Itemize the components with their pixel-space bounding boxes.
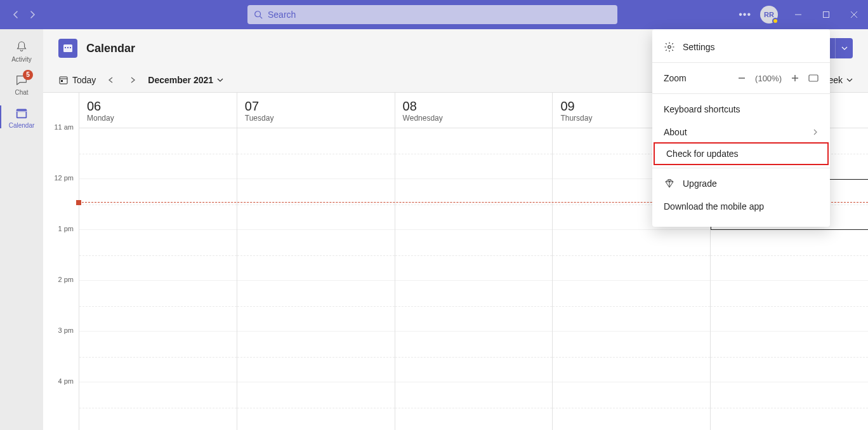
download-mobile-menu-item[interactable]: Download the mobile app [652, 195, 830, 218]
zoom-value: (100%) [755, 74, 782, 83]
upgrade-menu-item[interactable]: Upgrade [652, 172, 830, 195]
time-slot[interactable] [711, 332, 868, 382]
time-slot[interactable] [79, 230, 237, 281]
time-slot[interactable] [79, 281, 237, 332]
rail-label: Chat [15, 89, 28, 96]
more-options-button[interactable]: ••• [730, 9, 760, 20]
search-icon [254, 10, 263, 19]
day-number: 08 [403, 99, 545, 114]
svg-rect-16 [60, 77, 67, 84]
time-slot[interactable] [237, 128, 395, 179]
time-slot[interactable] [395, 382, 553, 430]
new-meeting-dropdown[interactable] [835, 38, 853, 58]
time-slot[interactable] [395, 281, 553, 332]
time-slot[interactable] [79, 128, 237, 179]
rail-chat[interactable]: 5 Chat [0, 67, 43, 100]
time-label: 4 pm [58, 377, 74, 385]
search-box[interactable] [247, 5, 617, 24]
close-button[interactable] [840, 1, 868, 29]
time-slot[interactable] [395, 128, 553, 179]
time-slot[interactable] [79, 179, 237, 230]
avatar[interactable]: RR [760, 6, 778, 24]
time-slot[interactable] [711, 382, 868, 430]
chat-badge: 5 [23, 70, 33, 80]
check-for-updates-menu-item[interactable]: Check for updates [654, 142, 829, 165]
time-slot[interactable] [237, 230, 395, 281]
rail-activity[interactable]: Activity [0, 34, 43, 67]
day-number: 07 [245, 99, 387, 114]
calendar-app-icon [58, 39, 77, 58]
back-button[interactable] [10, 9, 22, 20]
month-picker[interactable]: December 2021 [148, 75, 223, 85]
time-slot[interactable] [395, 332, 553, 382]
day-name: Monday [87, 114, 229, 123]
time-slot[interactable] [711, 230, 868, 281]
svg-rect-27 [809, 75, 818, 81]
svg-point-23 [668, 46, 671, 49]
time-label: 11 am [54, 123, 74, 131]
time-slot[interactable] [237, 281, 395, 332]
maximize-button[interactable] [812, 1, 840, 29]
rail-calendar[interactable]: Calendar [0, 100, 43, 133]
app-rail: Activity 5 Chat Calendar [0, 29, 43, 430]
settings-menu-item[interactable]: Settings [652, 36, 830, 58]
day-column[interactable] [395, 128, 553, 430]
time-slot[interactable] [237, 179, 395, 230]
day-header[interactable]: 07Tuesday [237, 93, 395, 128]
today-button[interactable]: Today [58, 75, 96, 85]
svg-point-0 [255, 11, 261, 17]
forward-button[interactable] [27, 9, 38, 20]
time-label: 12 pm [54, 174, 74, 182]
fullscreen-button[interactable] [808, 74, 819, 82]
page-title: Calendar [86, 42, 135, 55]
keyboard-shortcuts-menu-item[interactable]: Keyboard shortcuts [652, 98, 830, 121]
time-slot[interactable] [553, 281, 710, 332]
rail-label: Activity [11, 56, 32, 63]
time-slot[interactable] [553, 382, 710, 430]
day-name: Tuesday [245, 114, 387, 123]
day-header[interactable]: 06Monday [79, 93, 237, 128]
day-column[interactable] [237, 128, 395, 430]
next-week-button[interactable] [126, 74, 139, 86]
time-slot[interactable] [553, 230, 710, 281]
svg-rect-3 [824, 12, 829, 18]
day-header[interactable]: 08Wednesday [395, 93, 553, 128]
rail-label: Calendar [9, 122, 35, 129]
time-slot[interactable] [79, 382, 237, 430]
avatar-initials: RR [764, 11, 774, 18]
bell-icon [15, 40, 29, 54]
about-menu-item[interactable]: About [652, 121, 830, 144]
title-bar: ••• RR [0, 0, 868, 29]
time-slot[interactable] [237, 382, 395, 430]
svg-rect-7 [18, 112, 26, 117]
prev-week-button[interactable] [105, 74, 117, 86]
zoom-in-button[interactable] [791, 74, 799, 83]
svg-line-1 [260, 17, 263, 19]
time-slot[interactable] [395, 179, 553, 230]
calendar-icon [15, 106, 29, 120]
calendar-today-icon [58, 75, 69, 85]
presence-indicator [772, 18, 779, 24]
search-input[interactable] [268, 10, 611, 20]
chevron-down-icon [217, 77, 223, 83]
svg-rect-10 [65, 47, 66, 48]
time-slot[interactable] [237, 332, 395, 382]
diamond-icon [664, 178, 675, 189]
main-content: Calendar Meet now New meeting [43, 29, 868, 430]
day-column[interactable] [79, 128, 237, 430]
chevron-right-icon [812, 129, 819, 135]
chevron-down-icon [841, 45, 848, 51]
svg-rect-18 [61, 80, 63, 82]
time-slot[interactable] [79, 332, 237, 382]
zoom-out-button[interactable] [737, 74, 746, 83]
time-slot[interactable] [395, 230, 553, 281]
time-label: 3 pm [58, 326, 74, 334]
time-slot[interactable] [711, 281, 868, 332]
more-options-panel: Settings Zoom (100%) [652, 29, 830, 227]
time-label: 1 pm [58, 225, 74, 232]
svg-rect-12 [70, 47, 71, 48]
time-slot[interactable] [553, 332, 710, 382]
zoom-menu-item: Zoom (100%) [652, 67, 830, 90]
svg-rect-11 [67, 47, 69, 48]
minimize-button[interactable] [784, 1, 812, 29]
